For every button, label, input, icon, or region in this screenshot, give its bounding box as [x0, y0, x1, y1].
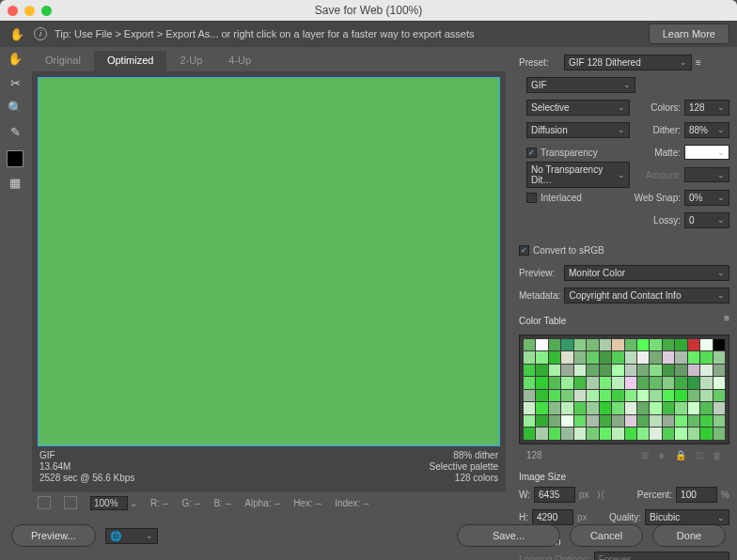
color-swatch[interactable]	[688, 402, 699, 413]
color-swatch[interactable]	[625, 365, 636, 376]
color-swatch[interactable]	[713, 351, 725, 363]
color-swatch[interactable]	[663, 351, 674, 363]
color-swatch[interactable]	[713, 428, 725, 439]
color-swatch[interactable]	[650, 339, 661, 350]
color-swatch[interactable]	[561, 351, 572, 363]
color-swatch[interactable]	[700, 365, 712, 376]
color-swatch[interactable]	[587, 415, 598, 427]
quality-select[interactable]: Bicubic	[645, 509, 729, 525]
color-swatch[interactable]	[536, 390, 547, 401]
link-icon[interactable]: ⟩⟨	[593, 490, 608, 500]
color-swatch[interactable]	[561, 377, 572, 388]
color-swatch[interactable]	[700, 428, 712, 439]
color-swatch[interactable]	[587, 377, 598, 388]
tab-optimized[interactable]: Optimized	[94, 51, 167, 71]
dither-method-select[interactable]: Diffusion	[526, 122, 630, 138]
color-swatch[interactable]	[713, 402, 725, 413]
color-swatch[interactable]	[713, 390, 725, 401]
color-swatch[interactable]	[524, 402, 535, 413]
minimize-icon[interactable]	[24, 6, 35, 16]
color-swatch[interactable]	[675, 415, 686, 427]
color-swatch[interactable]	[650, 415, 661, 427]
color-swatch[interactable]	[561, 339, 572, 350]
save-button[interactable]: Save...	[457, 524, 560, 547]
width-input[interactable]	[534, 487, 575, 503]
color-swatch[interactable]	[637, 339, 649, 350]
color-swatch[interactable]	[637, 365, 649, 376]
zoom-icon[interactable]	[41, 6, 52, 16]
color-swatch[interactable]	[587, 428, 598, 439]
color-swatch[interactable]	[625, 339, 636, 350]
color-swatch[interactable]	[688, 351, 699, 363]
color-swatch[interactable]	[549, 428, 560, 439]
slice-select-icon[interactable]	[64, 496, 77, 509]
tab-4up[interactable]: 4-Up	[215, 51, 264, 71]
color-swatch[interactable]	[688, 365, 699, 376]
color-swatch[interactable]	[600, 402, 611, 413]
lossy-select[interactable]: 0	[684, 212, 729, 228]
close-icon[interactable]	[8, 6, 18, 16]
color-swatch[interactable]	[600, 351, 611, 363]
color-swatch[interactable]	[650, 365, 661, 376]
color-swatch[interactable]	[625, 377, 636, 388]
color-swatch[interactable]	[713, 339, 725, 350]
eyedropper-icon[interactable]: ✎	[6, 122, 24, 141]
color-swatch[interactable]	[663, 390, 674, 401]
color-swatch[interactable]	[561, 365, 572, 376]
color-swatch[interactable]	[637, 351, 649, 363]
color-swatch[interactable]	[688, 377, 699, 388]
color-swatch[interactable]	[600, 415, 611, 427]
reduction-select[interactable]: Selective	[526, 100, 630, 116]
color-swatch[interactable]	[675, 365, 686, 376]
color-swatch[interactable]	[524, 390, 535, 401]
slice-visibility-icon[interactable]	[38, 496, 51, 509]
preset-select[interactable]: GIF 128 Dithered	[564, 54, 692, 70]
ct-icon-lock[interactable]: ⊞	[641, 450, 649, 460]
color-swatch[interactable]	[663, 428, 674, 439]
color-swatch[interactable]	[600, 377, 611, 388]
color-swatch[interactable]	[574, 428, 586, 439]
preview-button[interactable]: Preview...	[11, 524, 96, 547]
preset-menu-icon[interactable]: ≡	[696, 57, 701, 68]
color-swatch[interactable]	[574, 365, 586, 376]
color-swatch[interactable]	[536, 351, 547, 363]
color-swatch[interactable]	[675, 377, 686, 388]
color-swatch[interactable]	[663, 365, 674, 376]
colortable-menu-icon[interactable]: ≡	[724, 313, 729, 323]
color-swatch[interactable]	[524, 428, 535, 439]
color-swatch[interactable]	[536, 428, 547, 439]
color-swatch[interactable]	[688, 390, 699, 401]
color-swatch[interactable]	[637, 415, 649, 427]
color-swatch[interactable]	[574, 339, 586, 350]
color-swatch[interactable]	[700, 402, 712, 413]
color-swatch[interactable]	[600, 390, 611, 401]
metadata-select[interactable]: Copyright and Contact Info	[564, 288, 729, 303]
color-swatch[interactable]	[688, 415, 699, 427]
color-swatch[interactable]	[663, 377, 674, 388]
color-swatch[interactable]	[637, 402, 649, 413]
color-swatch[interactable]	[675, 351, 686, 363]
trans-dither-select[interactable]: No Transparency Dit…	[526, 162, 630, 188]
toggle-icon[interactable]: ▦	[6, 173, 24, 192]
color-swatch[interactable]	[574, 377, 586, 388]
matte-select[interactable]	[684, 145, 729, 160]
color-swatch[interactable]	[549, 402, 560, 413]
color-swatch[interactable]	[549, 351, 560, 363]
color-swatch[interactable]	[524, 339, 535, 350]
slice-tool-icon[interactable]: ✂	[6, 73, 24, 92]
color-swatch[interactable]	[561, 428, 572, 439]
color-swatch[interactable]	[637, 390, 649, 401]
color-swatch[interactable]	[549, 365, 560, 376]
ct-icon-lock2[interactable]: 🔒	[675, 450, 686, 460]
color-swatch[interactable]	[675, 428, 686, 439]
hand-icon[interactable]: ✋	[8, 24, 26, 43]
color-swatch[interactable]	[587, 402, 598, 413]
color-swatch[interactable]	[574, 390, 586, 401]
color-swatch[interactable]	[650, 377, 661, 388]
color-swatch[interactable]	[713, 365, 725, 376]
color-swatch[interactable]	[561, 390, 572, 401]
color-swatch[interactable]	[625, 428, 636, 439]
transparency-checkbox[interactable]: ✓	[526, 148, 537, 158]
color-swatch[interactable]	[625, 402, 636, 413]
color-swatch[interactable]	[549, 415, 560, 427]
